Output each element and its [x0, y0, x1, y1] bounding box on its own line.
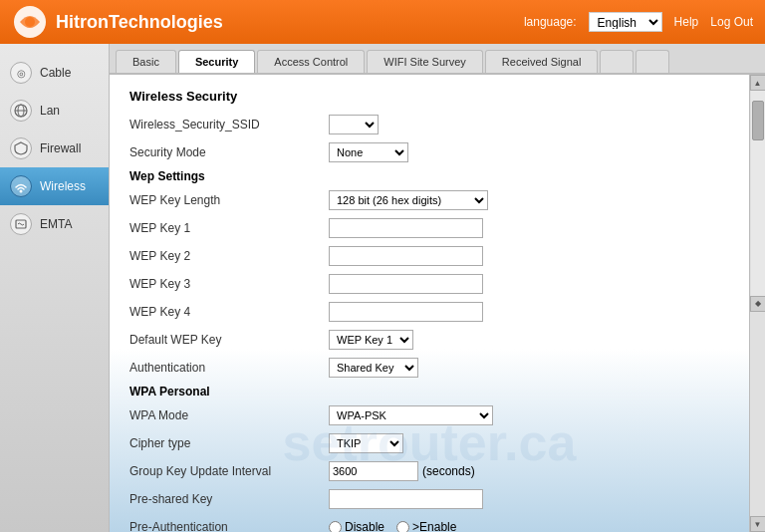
preauthentication-label: Pre-Authentication	[129, 520, 329, 532]
form-area: Wireless Security Wireless_Security_SSID…	[110, 75, 765, 532]
svg-point-1	[25, 17, 35, 27]
enable-radio[interactable]	[396, 521, 409, 533]
emta-icon	[10, 213, 32, 235]
tab-security[interactable]: Security	[178, 50, 255, 73]
wep-key-length-control: 128 bit (26 hex digits) 64 bit (10 hex d…	[329, 190, 488, 210]
wep-key1-input[interactable]	[329, 218, 483, 238]
cipher-type-control: TKIP AES TKIP+AES	[329, 433, 403, 453]
preshared-key-label: Pre-shared Key	[129, 492, 329, 506]
disable-radio[interactable]	[329, 521, 342, 533]
wep-key2-input[interactable]	[329, 246, 483, 266]
sidebar: ◎ Cable Lan Firewall Wireless	[0, 44, 110, 532]
language-select[interactable]: English French Spanish	[589, 12, 662, 32]
disable-label: Disable	[345, 520, 384, 532]
authentication-control: Shared Key Open System	[329, 358, 418, 378]
tab-received-signal[interactable]: Received Signal	[485, 50, 599, 73]
cipher-type-select[interactable]: TKIP AES TKIP+AES	[329, 433, 403, 453]
preauthentication-control: Disable >Enable	[329, 520, 456, 532]
ssid-select[interactable]	[329, 115, 379, 134]
wep-key4-input[interactable]	[329, 302, 483, 322]
svg-point-5	[20, 190, 23, 193]
main: ◎ Cable Lan Firewall Wireless	[0, 44, 765, 532]
authentication-label: Authentication	[129, 361, 329, 375]
wep-key4-control	[329, 302, 483, 322]
tab-basic[interactable]: Basic	[116, 50, 176, 73]
preshared-key-control	[329, 489, 483, 509]
wep-section-title: Wep Settings	[129, 169, 729, 183]
preshared-key-row: Pre-shared Key	[129, 488, 729, 510]
default-wep-key-select[interactable]: WEP Key 1 WEP Key 2 WEP Key 3 WEP Key 4	[329, 330, 413, 350]
default-wep-key-row: Default WEP Key WEP Key 1 WEP Key 2 WEP …	[129, 329, 729, 351]
security-mode-row: Security Mode None WEP WPA-Personal WPA2…	[129, 141, 729, 163]
scroll-mid-button[interactable]: ◆	[750, 296, 766, 312]
default-wep-key-label: Default WEP Key	[129, 333, 329, 347]
wireless-icon	[10, 175, 32, 197]
scroll-thumb[interactable]	[752, 101, 764, 140]
wep-key4-row: WEP Key 4	[129, 301, 729, 323]
tab-access-control[interactable]: Access Control	[257, 50, 365, 73]
radio-group: Disable >Enable	[329, 520, 456, 532]
sidebar-item-wireless[interactable]: Wireless	[0, 167, 109, 205]
scroll-down-button[interactable]: ▼	[750, 516, 766, 532]
sidebar-item-emta[interactable]: EMTA	[0, 205, 109, 243]
authentication-select[interactable]: Shared Key Open System	[329, 358, 418, 378]
preshared-key-input[interactable]	[329, 489, 483, 509]
wep-key3-row: WEP Key 3	[129, 273, 729, 295]
sidebar-item-firewall[interactable]: Firewall	[0, 130, 109, 167]
authentication-row: Authentication Shared Key Open System	[129, 357, 729, 379]
wep-key1-row: WEP Key 1	[129, 217, 729, 239]
group-key-control: (seconds)	[329, 461, 475, 481]
sidebar-label-wireless: Wireless	[40, 179, 86, 193]
disable-radio-label[interactable]: Disable	[329, 520, 384, 532]
sidebar-label-lan: Lan	[40, 104, 60, 118]
wep-key-length-select[interactable]: 128 bit (26 hex digits) 64 bit (10 hex d…	[329, 190, 488, 210]
tabs: Basic Security Access Control WIFI Site …	[110, 44, 765, 75]
logout-link[interactable]: Log Out	[710, 15, 753, 29]
cipher-type-row: Cipher type TKIP AES TKIP+AES	[129, 432, 729, 454]
wep-key2-row: WEP Key 2	[129, 245, 729, 267]
logo-area: HitronTechnologies	[12, 4, 223, 40]
help-link[interactable]: Help	[674, 15, 699, 29]
wep-key3-input[interactable]	[329, 274, 483, 294]
sidebar-label-firewall: Firewall	[40, 141, 81, 155]
security-mode-control: None WEP WPA-Personal WPA2-Personal	[329, 142, 408, 162]
logo-icon	[12, 4, 48, 40]
tab-extra1[interactable]	[600, 50, 634, 73]
scrollbar: ▲ ◆ ▼	[749, 75, 765, 532]
wpa-mode-row: WPA Mode WPA-PSK WPA2-PSK WPA/WPA2-PSK	[129, 404, 729, 426]
ssid-label: Wireless_Security_SSID	[129, 118, 329, 132]
wep-key-length-row: WEP Key Length 128 bit (26 hex digits) 6…	[129, 189, 729, 211]
sidebar-label-emta: EMTA	[40, 217, 72, 231]
lan-icon	[10, 100, 32, 122]
enable-label: >Enable	[412, 520, 456, 532]
enable-radio-label[interactable]: >Enable	[396, 520, 456, 532]
security-mode-select[interactable]: None WEP WPA-Personal WPA2-Personal	[329, 142, 408, 162]
scroll-track	[751, 91, 765, 296]
wep-key1-control	[329, 218, 483, 238]
cable-icon: ◎	[10, 62, 32, 84]
header: HitronTechnologies language: English Fre…	[0, 0, 765, 44]
wep-key4-label: WEP Key 4	[129, 305, 329, 319]
wep-key2-label: WEP Key 2	[129, 249, 329, 263]
sidebar-item-lan[interactable]: Lan	[0, 92, 109, 130]
tab-wifi-site-survey[interactable]: WIFI Site Survey	[367, 50, 483, 73]
form-content: Wireless Security Wireless_Security_SSID…	[110, 75, 749, 532]
wpa-mode-select[interactable]: WPA-PSK WPA2-PSK WPA/WPA2-PSK	[329, 405, 493, 425]
wep-key1-label: WEP Key 1	[129, 221, 329, 235]
tab-extra2[interactable]	[636, 50, 669, 73]
ssid-control	[329, 115, 379, 134]
scroll-up-button[interactable]: ▲	[750, 75, 766, 91]
group-key-label: Group Key Update Interval	[129, 464, 329, 478]
sidebar-label-cable: Cable	[40, 66, 71, 80]
group-key-input[interactable]	[329, 461, 418, 481]
ssid-row: Wireless_Security_SSID	[129, 114, 729, 135]
group-key-unit: (seconds)	[422, 464, 475, 478]
sidebar-item-cable[interactable]: ◎ Cable	[0, 54, 109, 92]
preauthentication-row: Pre-Authentication Disable >Enable	[129, 516, 729, 532]
security-mode-label: Security Mode	[129, 145, 329, 159]
language-label: language:	[524, 15, 577, 29]
content: Basic Security Access Control WIFI Site …	[110, 44, 765, 532]
header-right: language: English French Spanish Help Lo…	[524, 12, 753, 32]
wpa-section-title: WPA Personal	[129, 385, 729, 399]
wep-key3-control	[329, 274, 483, 294]
